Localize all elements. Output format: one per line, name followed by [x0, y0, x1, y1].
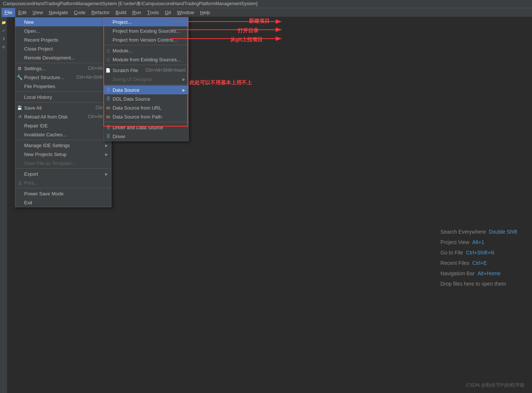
menu-label-manage-ide: Manage IDE Settings: [24, 143, 70, 148]
new-submenu-label-scratch: Scratch File: [113, 68, 138, 73]
sidebar-icon-project[interactable]: 📁: [0, 19, 7, 26]
menu-refactor[interactable]: Refactor: [88, 8, 113, 17]
menu-item-invalidate[interactable]: Invalidate Caches...: [15, 130, 111, 139]
menu-item-settings[interactable]: ⚙ Settings... Ctrl+Alt+S: [15, 64, 111, 73]
menu-item-power-save[interactable]: Power Save Mode: [15, 189, 111, 198]
shortcut-key-go-to-file: Ctrl+Shift+N: [466, 247, 494, 258]
menu-label-export: Export: [24, 171, 38, 177]
new-submenu-label-swing: Swing UI Designer: [113, 77, 153, 82]
module-existing-icon: ◻: [105, 56, 111, 62]
menubar: File Edit View Navigate Code Refactor Bu…: [0, 8, 532, 17]
driver-icon: 🗄: [105, 133, 111, 139]
sep1: [15, 63, 111, 63]
menu-item-recent[interactable]: Recent Projects ▶: [15, 35, 111, 44]
shortcut-project-view: Project View Alt+1: [441, 237, 517, 247]
data-source-icon: 🗄: [105, 87, 111, 93]
menu-item-open[interactable]: Open...: [15, 26, 111, 35]
menu-label-print: Print...: [24, 180, 38, 186]
menu-item-project-structure[interactable]: 🔧 Project Structure... Ctrl+Alt+Shift+S: [15, 73, 111, 82]
shortcut-label-nav-bar: Navigation Bar: [441, 268, 475, 279]
annotation-ds-note: 此处可以不用基本上用不上: [189, 79, 252, 86]
sep2: [15, 91, 111, 92]
new-submenu-module-existing[interactable]: ◻ Module from Existing Sources...: [104, 55, 188, 64]
menu-git[interactable]: Git: [162, 8, 174, 17]
menu-label-recent: Recent Projects: [24, 37, 58, 43]
menu-item-export[interactable]: Export ▶: [15, 169, 111, 178]
menu-build[interactable]: Build: [113, 8, 129, 17]
new-submenu-label-project-existing: Project from Existing Sources...: [113, 28, 180, 34]
sidebar-icon-misc[interactable]: ⚙: [0, 43, 7, 51]
menu-navigate[interactable]: Navigate: [46, 8, 71, 17]
new-submenu-module[interactable]: ◻ Module...: [104, 46, 188, 55]
menu-item-new-projects-setup[interactable]: New Projects Setup ▶: [15, 150, 111, 159]
reload-icon: ↺: [17, 114, 23, 120]
menu-item-save-template: Save File as Template...: [15, 159, 111, 168]
menu-edit[interactable]: Edit: [15, 8, 29, 17]
menu-item-save-all[interactable]: 💾 Save All Ctrl+S: [15, 103, 111, 112]
new-submenu-label-project-vcs: Project from Version Control...: [113, 37, 177, 43]
sidebar-icon-pull[interactable]: ⬇: [0, 35, 7, 42]
shortcut-label-recent-files: Recent Files: [441, 258, 470, 268]
new-submenu-project-vcs[interactable]: Project from Version Control...: [104, 35, 188, 44]
shortcuts-panel: Search Everywhere Double Shift Project V…: [441, 227, 517, 289]
new-submenu-label-ddl-data-source: DDL Data Source: [113, 96, 150, 102]
menu-run[interactable]: Run: [129, 8, 144, 17]
new-submenu-ds-url[interactable]: 🗁 Data Source from URL: [104, 103, 188, 112]
shortcut-project-structure: Ctrl+Alt+Shift+S: [69, 75, 108, 80]
menu-label-close: Close Project: [24, 46, 53, 52]
annotation-from-git: 从git上拉项目: [230, 36, 263, 43]
sep5: [15, 168, 111, 169]
menu-item-repair[interactable]: Repair IDE: [15, 121, 111, 130]
new-sep1: [104, 45, 188, 45]
sep6: [15, 188, 111, 188]
new-submenu-project[interactable]: Project...: [104, 17, 188, 26]
menu-label-power-save: Power Save Mode: [24, 191, 64, 196]
menu-item-reload[interactable]: ↺ Reload All from Disk Ctrl+Alt+Y: [15, 112, 111, 121]
menu-label-file-properties: File Properties: [24, 84, 55, 89]
menu-help[interactable]: Help: [197, 8, 213, 17]
shortcut-drop-files: Drop files here to open them: [441, 279, 517, 289]
new-submenu-ds-path[interactable]: 🗁 Data Source from Path: [104, 112, 188, 121]
settings-icon: ⚙: [17, 65, 23, 71]
scratch-icon: 📄: [105, 67, 111, 73]
new-submenu-label-driver-ds: Driver and Data Source: [113, 125, 163, 130]
sidebar-icon-commit[interactable]: ✔: [0, 27, 7, 34]
shortcut-key-recent-files: Ctrl+E: [472, 258, 487, 268]
print-icon: 🖨: [17, 180, 23, 186]
arrow-manage-ide: ▶: [105, 143, 108, 147]
menu-item-exit[interactable]: Exit: [15, 198, 111, 207]
project-structure-icon: 🔧: [17, 74, 23, 80]
menu-view[interactable]: View: [29, 8, 46, 17]
new-submenu-driver-ds[interactable]: 🗄 Driver and Data Source: [104, 123, 188, 132]
menu-label-open: Open...: [24, 28, 40, 34]
menu-code[interactable]: Code: [71, 8, 88, 17]
menu-item-file-properties[interactable]: File Properties ▶: [15, 82, 111, 91]
menu-label-settings: Settings...: [24, 66, 46, 71]
menu-item-remote[interactable]: Remote Development...: [15, 53, 111, 62]
new-sep4: [104, 122, 188, 122]
menu-item-new[interactable]: New ▶: [15, 17, 111, 26]
new-submenu-label-project: Project...: [113, 19, 132, 25]
menu-window[interactable]: Window: [174, 8, 197, 17]
ds-url-icon: 🗁: [105, 105, 111, 111]
file-menu-dropdown: New ▶ Open... Recent Projects ▶ Close Pr…: [15, 17, 111, 207]
menu-label-repair: Repair IDE: [24, 123, 48, 129]
sep3: [15, 102, 111, 103]
menu-item-close[interactable]: Close Project: [15, 44, 111, 53]
menu-label-project-structure: Project Structure...: [24, 75, 64, 80]
new-submenu-data-source[interactable]: 🗄 Data Source ▶: [104, 85, 188, 94]
menu-label-new-projects-setup: New Projects Setup: [24, 152, 66, 157]
new-submenu-project-existing[interactable]: Project from Existing Sources...: [104, 26, 188, 35]
menu-item-local-history[interactable]: Local History ▶: [15, 92, 111, 101]
new-submenu-ddl-data-source[interactable]: 🗄 DDL Data Source: [104, 94, 188, 103]
shortcut-go-to-file: Go to File Ctrl+Shift+N: [441, 247, 517, 258]
save-all-icon: 💾: [17, 105, 23, 111]
shortcut-label-drop-files: Drop files here to open them: [441, 279, 506, 289]
menu-tools[interactable]: Tools: [144, 8, 162, 17]
menu-file[interactable]: File: [1, 8, 15, 17]
menu-label-exit: Exit: [24, 200, 32, 205]
new-submenu-scratch[interactable]: 📄 Scratch File Ctrl+Alt+Shift+Insert: [104, 66, 188, 75]
new-submenu-driver[interactable]: 🗄 Driver: [104, 132, 188, 141]
new-submenu-label-data-source: Data Source: [113, 87, 139, 93]
menu-item-manage-ide[interactable]: Manage IDE Settings ▶: [15, 141, 111, 150]
